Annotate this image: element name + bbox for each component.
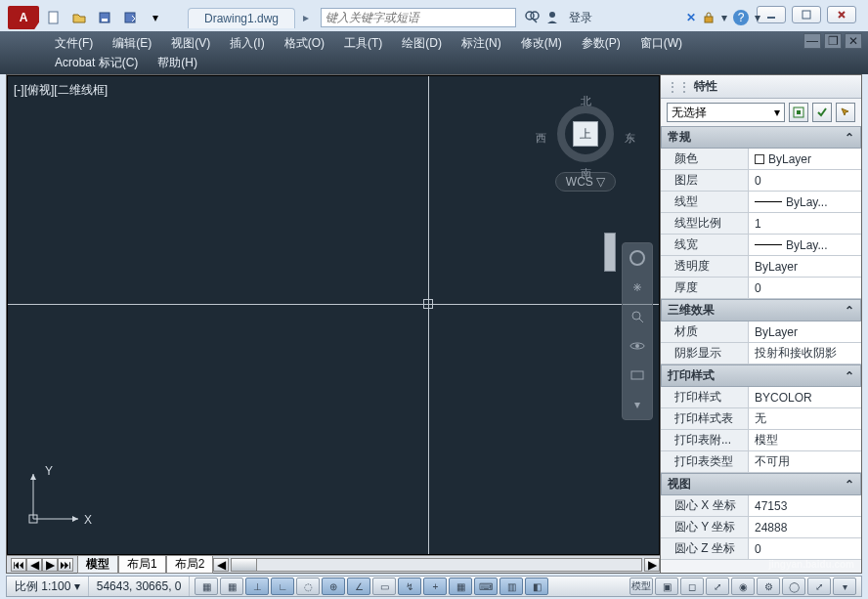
property-row[interactable]: 阴影显示投射和接收阴影	[661, 343, 861, 364]
property-row[interactable]: 圆心 Z 坐标0	[661, 538, 861, 560]
tab-nav-last[interactable]: ⏭	[58, 558, 73, 572]
status-tray-button[interactable]: ▾	[833, 578, 856, 595]
nav-pan-icon[interactable]	[627, 277, 648, 298]
status-toggle[interactable]: ◌	[296, 578, 320, 595]
menu-item[interactable]: 插入(I)	[220, 35, 274, 52]
lock-icon[interactable]	[702, 11, 716, 24]
login-link[interactable]: 登录	[569, 10, 592, 26]
status-toggle[interactable]: ∠	[347, 578, 370, 595]
status-tray-button[interactable]: ◻	[680, 578, 704, 595]
help-dropdown-icon[interactable]: ▾	[755, 11, 760, 24]
status-toggle[interactable]: ↯	[398, 578, 421, 595]
hscroll-right[interactable]: ▶	[644, 558, 660, 572]
status-tray-button[interactable]: ◉	[731, 578, 755, 595]
drawing-canvas[interactable]: [-][俯视][二维线框] 北 上 西 东 南 WCS ▽	[7, 75, 660, 555]
property-value[interactable]: ByLay...	[749, 235, 861, 255]
mdi-close-button[interactable]: ✕	[845, 33, 862, 49]
quickselect-button[interactable]	[789, 103, 808, 122]
top-dropdown-icon[interactable]: ▾	[721, 11, 727, 24]
qat-save-icon[interactable]	[94, 7, 115, 28]
status-toggle[interactable]: ⊕	[322, 578, 345, 595]
qat-saveas-icon[interactable]	[119, 7, 141, 28]
property-section-header[interactable]: 视图⌃	[661, 473, 861, 495]
annotation-scale[interactable]: 比例 1:100 ▾	[7, 577, 89, 596]
property-section-header[interactable]: 常规⌃	[661, 126, 861, 149]
hscroll-thumb[interactable]	[232, 559, 257, 571]
menu-item[interactable]: 格式(O)	[275, 35, 334, 52]
menu-item[interactable]: Acrobat 标记(C)	[45, 55, 148, 71]
property-value[interactable]: 24888	[749, 517, 861, 537]
menu-item[interactable]: 参数(P)	[572, 35, 630, 52]
menu-item[interactable]: 修改(M)	[511, 35, 572, 52]
property-value[interactable]: 0	[749, 170, 861, 191]
property-row[interactable]: 线型ByLay...	[661, 192, 861, 213]
hscroll-left[interactable]: ◀	[213, 558, 229, 572]
property-value[interactable]: ByLayer	[749, 149, 861, 169]
property-value[interactable]: 投射和接收阴影	[749, 343, 861, 364]
qat-open-icon[interactable]	[68, 7, 90, 28]
mdi-restore-button[interactable]: ❐	[824, 33, 842, 49]
property-value[interactable]: 0	[749, 538, 861, 559]
status-toggle[interactable]: ▦	[195, 578, 218, 595]
search-input[interactable]	[321, 8, 516, 27]
pickadd-toggle-button[interactable]	[812, 103, 832, 122]
property-row[interactable]: 图层0	[661, 170, 861, 192]
viewcube-south[interactable]: 南	[581, 166, 591, 181]
property-row[interactable]: 圆心 X 坐标47153	[661, 495, 861, 517]
nav-showmotion-icon[interactable]	[627, 364, 648, 386]
property-row[interactable]: 厚度0	[661, 278, 861, 299]
property-row[interactable]: 打印表类型不可用	[661, 451, 861, 473]
tab-dropdown-icon[interactable]: ▸	[299, 11, 313, 24]
property-value[interactable]: BYCOLOR	[749, 387, 861, 407]
selection-dropdown[interactable]: 无选择▾	[667, 103, 785, 122]
menu-item[interactable]: 标注(N)	[452, 35, 511, 52]
navbar-grip[interactable]	[604, 233, 616, 272]
tab-nav-first[interactable]: ⏮	[11, 558, 26, 572]
select-objects-button[interactable]	[836, 103, 855, 122]
viewcube[interactable]: 北 上 西 东 南 WCS ▽	[542, 94, 629, 192]
tab-nav-prev[interactable]: ◀	[26, 558, 42, 572]
viewcube-top-face[interactable]: 上	[573, 121, 598, 147]
qat-dropdown-icon[interactable]: ▾	[145, 7, 166, 28]
status-toggle[interactable]: +	[423, 578, 447, 595]
app-logo[interactable]: A	[8, 6, 39, 29]
status-tray-button[interactable]: ⤢	[807, 578, 831, 595]
nav-more-icon[interactable]: ▾	[627, 394, 648, 415]
nav-zoom-icon[interactable]	[627, 306, 648, 327]
status-toggle[interactable]: ⊥	[245, 578, 269, 595]
panel-grip-icon[interactable]: ⋮⋮	[667, 80, 690, 94]
property-row[interactable]: 材质ByLayer	[661, 321, 861, 343]
nav-fullnav-icon[interactable]	[627, 247, 648, 269]
property-value[interactable]: 0	[749, 278, 861, 298]
property-row[interactable]: 线型比例1	[661, 213, 861, 235]
layout-tab-2[interactable]: 布局2	[166, 556, 214, 574]
status-tray-button[interactable]: ⚙	[757, 578, 780, 595]
status-tray-button[interactable]: ⤢	[706, 578, 729, 595]
status-toggle[interactable]: ⌨	[474, 578, 498, 595]
property-section-header[interactable]: 打印样式⌃	[661, 364, 861, 387]
status-toggle[interactable]: ▭	[372, 578, 396, 595]
search-icon[interactable]	[524, 10, 540, 25]
property-row[interactable]: 打印样式表无	[661, 408, 861, 430]
property-row[interactable]: 打印表附...模型	[661, 430, 861, 451]
property-row[interactable]: 打印样式BYCOLOR	[661, 387, 861, 408]
coordinates-display[interactable]: 54643, 30665, 0	[89, 577, 191, 596]
menu-item[interactable]: 窗口(W)	[630, 35, 692, 52]
property-value[interactable]: ByLay...	[749, 192, 861, 212]
viewport-label[interactable]: [-][俯视][二维线框]	[14, 82, 108, 99]
user-icon[interactable]	[545, 11, 559, 24]
property-row[interactable]: 透明度ByLayer	[661, 256, 861, 278]
status-toggle[interactable]: ▦	[449, 578, 472, 595]
property-row[interactable]: 颜色ByLayer	[661, 149, 861, 170]
qat-new-icon[interactable]	[43, 7, 65, 28]
nav-orbit-icon[interactable]	[627, 335, 648, 357]
exchange-icon[interactable]: ✕	[686, 11, 696, 24]
property-value[interactable]: ByLayer	[749, 256, 861, 277]
status-tray-button[interactable]: ▣	[655, 578, 678, 595]
menu-item[interactable]: 工具(T)	[334, 35, 392, 52]
menu-item[interactable]: 视图(V)	[161, 35, 220, 52]
property-value[interactable]: 1	[749, 213, 861, 234]
property-value[interactable]: 47153	[749, 495, 861, 516]
status-tray-button[interactable]: 模型	[629, 578, 653, 595]
tab-nav-next[interactable]: ▶	[42, 558, 58, 572]
